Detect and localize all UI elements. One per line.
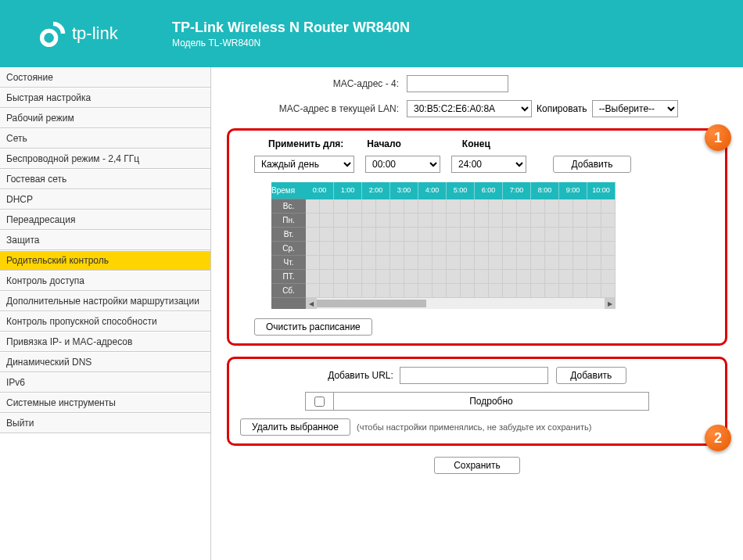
h-scrollbar[interactable]: ◀ ▶ xyxy=(306,298,616,309)
grid-cell[interactable] xyxy=(559,199,573,214)
sidebar-item[interactable]: Дополнительные настройки маршрутизации xyxy=(0,291,210,311)
grid-cell[interactable] xyxy=(306,228,320,242)
grid-cell[interactable] xyxy=(503,256,517,270)
grid-cell[interactable] xyxy=(475,228,489,242)
grid-cell[interactable] xyxy=(489,228,503,242)
grid-cell[interactable] xyxy=(348,228,362,242)
grid-cell[interactable] xyxy=(390,242,404,256)
grid-cell[interactable] xyxy=(404,214,418,228)
grid-cell[interactable] xyxy=(362,214,376,228)
grid-cell[interactable] xyxy=(334,256,348,270)
grid-cell[interactable] xyxy=(503,242,517,256)
grid-cell[interactable] xyxy=(601,270,616,284)
grid-cell[interactable] xyxy=(334,214,348,228)
grid-cell[interactable] xyxy=(545,284,559,298)
grid-cell[interactable] xyxy=(362,256,376,270)
grid-cell[interactable] xyxy=(503,228,517,242)
grid-cell[interactable] xyxy=(461,214,475,228)
grid-cell[interactable] xyxy=(461,199,475,214)
grid-cell[interactable] xyxy=(404,256,418,270)
grid-cell[interactable] xyxy=(517,256,531,270)
grid-cell[interactable] xyxy=(390,256,404,270)
grid-cell[interactable] xyxy=(573,214,587,228)
sidebar-item[interactable]: Рабочий режим xyxy=(0,108,210,128)
grid-cell[interactable] xyxy=(531,284,545,298)
grid-cell[interactable] xyxy=(390,270,404,284)
grid-cell[interactable] xyxy=(545,270,559,284)
grid-cell[interactable] xyxy=(418,242,433,256)
grid-cell[interactable] xyxy=(376,228,390,242)
grid-cell[interactable] xyxy=(601,214,616,228)
grid-cell[interactable] xyxy=(475,284,489,298)
add-url-button[interactable]: Добавить xyxy=(556,367,626,384)
grid-cell[interactable] xyxy=(433,242,447,256)
grid-cell[interactable] xyxy=(320,270,334,284)
grid-cell[interactable] xyxy=(489,199,503,214)
grid-cell[interactable] xyxy=(320,228,334,242)
save-button[interactable]: Сохранить xyxy=(434,457,520,474)
grid-cell[interactable] xyxy=(573,270,587,284)
grid-cell[interactable] xyxy=(587,256,601,270)
grid-cell[interactable] xyxy=(334,242,348,256)
grid-cell[interactable] xyxy=(517,199,531,214)
grid-cell[interactable] xyxy=(503,214,517,228)
grid-cell[interactable] xyxy=(433,199,447,214)
grid-cell[interactable] xyxy=(559,256,573,270)
grid-cell[interactable] xyxy=(461,270,475,284)
clear-schedule-button[interactable]: Очистить расписание xyxy=(254,318,372,336)
sidebar-item[interactable]: DHCP xyxy=(0,189,210,210)
grid-cell[interactable] xyxy=(587,199,601,214)
grid-cell[interactable] xyxy=(376,214,390,228)
grid-cell[interactable] xyxy=(489,242,503,256)
grid-cell[interactable] xyxy=(376,256,390,270)
sidebar-item[interactable]: Гостевая сеть xyxy=(0,169,210,189)
grid-cell[interactable] xyxy=(531,242,545,256)
grid-cell[interactable] xyxy=(587,242,601,256)
grid-cell[interactable] xyxy=(587,214,601,228)
grid-cell[interactable] xyxy=(348,284,362,298)
grid-cell[interactable] xyxy=(320,214,334,228)
grid-cell[interactable] xyxy=(559,228,573,242)
grid-cell[interactable] xyxy=(418,270,433,284)
grid-cell[interactable] xyxy=(573,199,587,214)
grid-cell[interactable] xyxy=(362,284,376,298)
grid-cell[interactable] xyxy=(573,242,587,256)
grid-cell[interactable] xyxy=(306,256,320,270)
sidebar-item[interactable]: Состояние xyxy=(0,67,210,88)
grid-cell[interactable] xyxy=(461,284,475,298)
grid-cell[interactable] xyxy=(489,214,503,228)
grid-cell[interactable] xyxy=(475,242,489,256)
grid-cell[interactable] xyxy=(489,256,503,270)
grid-cell[interactable] xyxy=(447,242,461,256)
grid-cell[interactable] xyxy=(348,199,362,214)
url-input[interactable] xyxy=(400,367,548,384)
sidebar-item[interactable]: Выйти xyxy=(0,413,210,433)
grid-cell[interactable] xyxy=(517,270,531,284)
grid-cell[interactable] xyxy=(531,228,545,242)
grid-cell[interactable] xyxy=(447,199,461,214)
grid-cell[interactable] xyxy=(447,214,461,228)
grid-cell[interactable] xyxy=(489,270,503,284)
grid-cell[interactable] xyxy=(433,228,447,242)
grid-cell[interactable] xyxy=(404,270,418,284)
grid-cell[interactable] xyxy=(545,228,559,242)
grid-cell[interactable] xyxy=(545,214,559,228)
scroll-thumb[interactable] xyxy=(317,300,426,307)
grid-cell[interactable] xyxy=(531,270,545,284)
grid-cell[interactable] xyxy=(362,242,376,256)
grid-cell[interactable] xyxy=(559,284,573,298)
mac4-input[interactable] xyxy=(407,75,508,92)
grid-cell[interactable] xyxy=(587,284,601,298)
grid-cell[interactable] xyxy=(545,199,559,214)
grid-cell[interactable] xyxy=(447,270,461,284)
end-select[interactable]: 24:00 xyxy=(451,156,526,173)
grid-cell[interactable] xyxy=(503,270,517,284)
grid-cell[interactable] xyxy=(517,242,531,256)
grid-cell[interactable] xyxy=(418,214,433,228)
grid-cell[interactable] xyxy=(362,228,376,242)
grid-cell[interactable] xyxy=(404,284,418,298)
grid-cell[interactable] xyxy=(348,214,362,228)
grid-cell[interactable] xyxy=(461,256,475,270)
grid-cell[interactable] xyxy=(475,256,489,270)
grid-cell[interactable] xyxy=(433,270,447,284)
